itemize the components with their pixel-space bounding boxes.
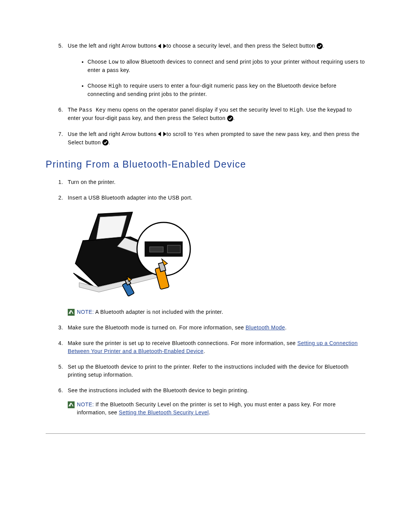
b-step-6: See the instructions included with the B… xyxy=(65,387,365,417)
note-adapter-not-included: NOTE: A Bluetooth adapter is not include… xyxy=(68,308,365,316)
svg-point-3 xyxy=(227,115,233,121)
step6-mid1: menu opens on the operator panel display… xyxy=(106,107,290,113)
footer-divider xyxy=(46,433,365,434)
step-7: Use the left and right Arrow buttons to … xyxy=(65,130,365,147)
svg-marker-4 xyxy=(158,132,161,136)
code-yes: Yes xyxy=(194,131,204,137)
b-step1-text: Turn on the printer. xyxy=(68,179,116,185)
step7-mid1: to scroll to xyxy=(166,131,194,137)
step5-bullet-low: Choose Low to allow Bluetooth devices to… xyxy=(88,58,365,74)
step5-bullet-high: Choose High to require users to enter a … xyxy=(88,82,365,98)
step5-text-pre: Use the left and right Arrow buttons xyxy=(68,43,158,49)
select-button-icon xyxy=(102,139,108,147)
bullet-low-post: to allow Bluetooth devices to connect an… xyxy=(88,59,365,73)
b-step-1: Turn on the printer. xyxy=(65,178,365,186)
step7-pre: Use the left and right Arrow buttons xyxy=(68,131,158,137)
note-text: NOTE: A Bluetooth adapter is not include… xyxy=(77,308,223,316)
b-step-2: Insert a USB Bluetooth adapter into the … xyxy=(65,194,365,316)
bluetooth-ordered-list: Turn on the printer. Insert a USB Blueto… xyxy=(46,178,365,417)
bullet-high-pre: Choose xyxy=(88,83,108,89)
printer-illustration xyxy=(68,206,365,302)
link-bluetooth-mode[interactable]: Bluetooth Mode xyxy=(245,324,285,331)
svg-point-2 xyxy=(317,43,323,49)
arrow-buttons-icon xyxy=(158,130,166,138)
b3-post: . xyxy=(285,324,287,331)
step6-pre: The xyxy=(68,107,79,113)
top-ordered-list: Use the left and right Arrow buttons to … xyxy=(46,42,365,147)
select-button-icon xyxy=(317,42,323,50)
document-page: Use the left and right Arrow buttons to … xyxy=(0,0,411,464)
code-low: Low xyxy=(108,59,118,65)
note1-label: NOTE: xyxy=(77,309,94,315)
step-5: Use the left and right Arrow buttons to … xyxy=(65,42,365,98)
step-6: The Pass Key menu opens on the operator … xyxy=(65,106,365,123)
note-icon xyxy=(68,309,75,316)
b3-pre: Make sure the Bluetooth mode is turned o… xyxy=(68,324,245,331)
code-high-6: High xyxy=(290,107,303,113)
svg-rect-10 xyxy=(167,245,180,253)
svg-rect-17 xyxy=(68,309,75,316)
note1-body: A Bluetooth adapter is not included with… xyxy=(94,309,223,315)
b4-post: . xyxy=(204,348,205,354)
note2-post: . xyxy=(209,409,210,415)
svg-rect-18 xyxy=(68,401,75,408)
b-step2-text: Insert a USB Bluetooth adapter into the … xyxy=(68,195,193,201)
bullet-high-post: to require users to enter a four-digit n… xyxy=(88,83,336,97)
note2-text: NOTE: If the Bluetooth Security Level on… xyxy=(77,401,365,417)
b6-text: See the instructions included with the B… xyxy=(68,387,249,393)
step5-text-end: . xyxy=(323,43,324,49)
link-setting-bt-security[interactable]: Setting the Bluetooth Security Level xyxy=(119,409,209,415)
svg-rect-9 xyxy=(150,247,163,252)
svg-marker-0 xyxy=(158,44,161,48)
svg-point-6 xyxy=(102,139,108,145)
b-step-4: Make sure the printer is set up to recei… xyxy=(65,339,365,355)
b4-pre: Make sure the printer is set up to recei… xyxy=(68,340,297,346)
code-high: High xyxy=(108,83,122,89)
select-button-icon xyxy=(227,115,233,123)
step5-sublist: Choose Low to allow Bluetooth devices to… xyxy=(68,58,365,98)
b-step-3: Make sure the Bluetooth mode is turned o… xyxy=(65,324,365,332)
step7-end: . xyxy=(108,139,110,145)
bullet-low-pre: Choose xyxy=(88,59,108,65)
code-passkey: Pass Key xyxy=(79,107,106,113)
step5-text-mid: to choose a security level, and then pre… xyxy=(166,43,317,49)
note-security-level: NOTE: If the Bluetooth Security Level on… xyxy=(68,401,365,417)
note-icon xyxy=(68,401,75,408)
b-step-5: Set up the Bluetooth device to print to … xyxy=(65,363,365,379)
step6-end: . xyxy=(233,115,235,121)
note2-label: NOTE: xyxy=(77,401,94,407)
section-heading-printing-bluetooth: Printing From a Bluetooth-Enabled Device xyxy=(46,159,365,170)
b5-text: Set up the Bluetooth device to print to … xyxy=(68,364,349,378)
arrow-buttons-icon xyxy=(158,42,166,50)
